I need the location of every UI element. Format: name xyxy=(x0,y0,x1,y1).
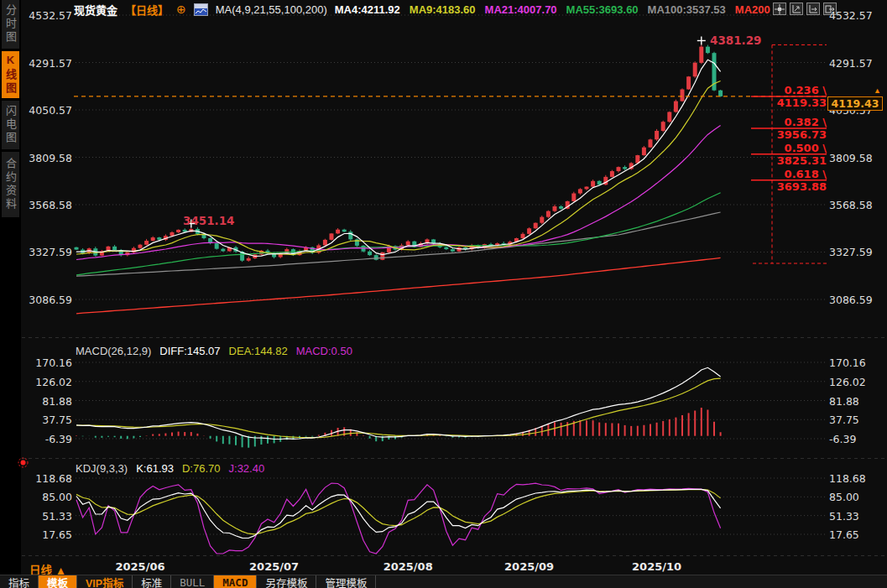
fib-level-label: 0.236 \ 4119.33 xyxy=(749,84,827,109)
kdj-k-value: K:61.93 xyxy=(136,462,174,475)
ma-value: MA21:4007.70 xyxy=(485,3,557,16)
axis-tick: 118.68 xyxy=(20,472,72,485)
sidebar-tab-lightning-chart[interactable]: 闪电图 xyxy=(2,101,19,149)
macd-diff-value: DIFF:145.07 xyxy=(159,345,220,357)
toolbar-item-模板[interactable]: 模板 xyxy=(39,575,77,588)
axis-tick: 51.33 xyxy=(20,510,72,523)
axis-tick: 17.65 xyxy=(829,528,884,541)
axis-tick: -6.39 xyxy=(20,433,72,445)
axis-tick: 51.33 xyxy=(829,510,884,523)
symbol-name: 现货黄金 xyxy=(74,2,117,17)
toolbar-item-VIP指标[interactable]: VIP指标 xyxy=(77,575,133,588)
kdj-params: KDJ(9,3,3) xyxy=(76,462,128,475)
topbar: 现货黄金 【日线】 ⊕ MA(4,9,21,55,100,200) MA4:42… xyxy=(74,2,770,17)
macd-hist-value: MACD:0.50 xyxy=(296,345,352,357)
axis-tick: 4050.57 xyxy=(20,104,72,117)
toolbar-item-指标[interactable]: 指标 xyxy=(0,575,39,588)
month-label: 2025/08 xyxy=(378,560,437,573)
month-label: 2025/09 xyxy=(500,560,559,573)
axis-tick: 3809.58 xyxy=(20,152,72,164)
fib-level-label: 0.500 \ 3825.31 xyxy=(749,142,827,167)
fib-level-label: 0.382 \ 3956.73 xyxy=(749,116,827,141)
axis-tick: 3086.59 xyxy=(829,294,884,306)
ma-value: MA200:33 xyxy=(735,3,770,16)
bottom-toolbar: 指标模板VIP指标标准BULLMACD另存模板管理模板 xyxy=(0,575,887,588)
month-label: 2025/10 xyxy=(628,560,686,573)
axis-tick: 170.16 xyxy=(20,356,72,369)
sidebar-tab-contract-info[interactable]: 合约资料 xyxy=(2,152,19,217)
trading-app-window: 分时图K线图闪电图合约资料 现货黄金 【日线】 ⊕ MA(4,9,21,55,1… xyxy=(0,0,887,588)
macd-header: MACD(26,12,9) DIFF:145.07 DEA:144.82 MAC… xyxy=(76,345,352,357)
toolbar-item-BULL[interactable]: BULL xyxy=(171,575,214,588)
axis-tick: 3568.58 xyxy=(829,199,884,211)
sidebar-tab-kline-chart[interactable]: K线图 xyxy=(2,51,19,98)
axis-tick: 37.75 xyxy=(829,414,884,426)
axis-tick: 3327.59 xyxy=(829,246,884,258)
chart-style-icon[interactable] xyxy=(194,3,208,16)
axis-tick: 4291.57 xyxy=(829,57,884,70)
axis-tick: 118.68 xyxy=(829,472,884,485)
pan-axis-icon[interactable] xyxy=(806,3,820,15)
current-price-tag: 4119.43 xyxy=(827,96,883,111)
ma-value: MA55:3693.60 xyxy=(566,3,639,16)
axis-tick: 17.65 xyxy=(20,528,72,541)
ma-value: MA100:3537.53 xyxy=(648,3,726,16)
kdj-d-value: D:76.70 xyxy=(182,462,221,475)
sidebar: 分时图K线图闪电图合约资料 xyxy=(0,0,21,588)
toolbar-item-另存模板[interactable]: 另存模板 xyxy=(257,575,316,588)
axis-tick: 3327.59 xyxy=(20,246,72,258)
price-marker-icon: ▲ xyxy=(874,86,881,95)
crosshair-icon[interactable] xyxy=(773,3,786,15)
kdj-j-value: J:32.40 xyxy=(229,462,265,475)
toolbar-item-管理模板[interactable]: 管理模板 xyxy=(316,575,376,588)
axis-tick: 81.88 xyxy=(20,395,72,408)
axis-tick: 4291.57 xyxy=(20,57,72,70)
add-indicator-icon[interactable]: ⊕ xyxy=(176,3,186,15)
axis-tick: 37.75 xyxy=(20,414,72,426)
axis-tick: 4532.57 xyxy=(829,9,884,22)
axis-tick: 85.00 xyxy=(20,491,72,503)
ma-value: MA4:4211.92 xyxy=(335,3,400,16)
chart-toolbuttons xyxy=(773,3,837,15)
axis-tick: 126.02 xyxy=(20,376,72,388)
ma-value: MA9:4183.60 xyxy=(410,3,476,16)
axis-tick: 126.02 xyxy=(829,376,884,388)
june-peak-annotation: 3451.14 xyxy=(183,214,235,227)
axis-tick: 4532.57 xyxy=(20,9,72,22)
axis-tick: 85.00 xyxy=(829,491,884,503)
toolbar-item-MACD[interactable]: MACD xyxy=(214,575,257,588)
peak-price-annotation: 4381.29 xyxy=(710,34,762,47)
axis-tick: 3568.58 xyxy=(20,199,72,211)
axis-tick: 3809.58 xyxy=(829,152,884,164)
fib-level-label: 0.618 \ 3693.88 xyxy=(749,168,827,193)
macd-dea-value: DEA:144.82 xyxy=(229,345,288,357)
sidebar-tab-minute-chart[interactable]: 分时图 xyxy=(2,0,19,49)
axis-tick: 170.16 xyxy=(829,356,884,369)
period-badge[interactable]: 【日线】 xyxy=(125,2,169,17)
zoom-axis-icon[interactable] xyxy=(790,3,803,15)
indicator-marker-icon[interactable] xyxy=(18,457,29,468)
axis-tick: -6.39 xyxy=(829,433,884,445)
month-label: 2025/06 xyxy=(111,560,170,573)
macd-params: MACD(26,12,9) xyxy=(76,345,151,357)
axis-tick: 81.88 xyxy=(829,395,884,408)
ma-readouts: MA4:4211.92MA9:4183.60MA21:4007.70MA55:3… xyxy=(335,3,770,16)
ma-settings-label: MA(4,9,21,55,100,200) xyxy=(216,3,327,16)
month-label: 2025/07 xyxy=(245,560,304,573)
kdj-header: KDJ(9,3,3) K:61.93 D:76.70 J:32.40 xyxy=(76,462,264,475)
axis-tick: 3086.59 xyxy=(20,294,72,306)
toolbar-item-标准[interactable]: 标准 xyxy=(133,575,171,588)
